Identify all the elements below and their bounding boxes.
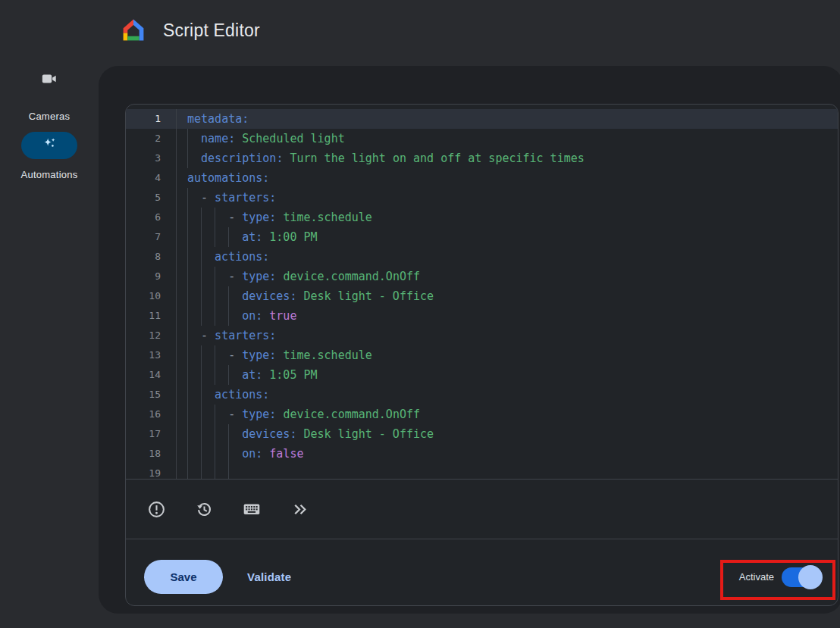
indent-guide: [228, 464, 242, 480]
code-text: on: true: [177, 306, 296, 326]
indent-guide: [187, 345, 201, 365]
error-outline-icon[interactable]: [146, 499, 166, 519]
line-number: 8: [126, 247, 177, 267]
code-line[interactable]: 18on: false: [126, 444, 838, 464]
code-line[interactable]: 16- type: device.command.OnOff: [126, 405, 838, 424]
line-number: 14: [126, 365, 177, 385]
indent-guide: [228, 286, 242, 306]
code-line[interactable]: 14at: 1:05 PM: [126, 365, 838, 385]
line-number: 2: [126, 129, 177, 148]
code-text: devices: Desk light - Office: [177, 424, 434, 444]
code-line[interactable]: 4automations:: [126, 168, 838, 188]
code-line[interactable]: 17devices: Desk light - Office: [126, 424, 838, 444]
token-str: 1:05 PM: [262, 368, 317, 382]
sidebar: Cameras Automations: [0, 66, 99, 628]
code-line[interactable]: 12- starters:: [126, 326, 838, 345]
indent-guide: [187, 385, 201, 405]
sidebar-item-automations[interactable]: Automations: [0, 132, 99, 180]
validate-button[interactable]: Validate: [247, 570, 291, 583]
code-line[interactable]: 6- type: time.schedule: [126, 208, 838, 227]
code-line[interactable]: 5- starters:: [126, 188, 838, 208]
code-line[interactable]: 15actions:: [126, 385, 838, 405]
code-line[interactable]: 1metadata:: [126, 109, 838, 129]
indent-guide: [201, 247, 215, 267]
indent-guide: [201, 267, 215, 286]
token-str: Desk light - Office: [296, 289, 434, 303]
token-key: description:: [201, 152, 283, 165]
indent-guide: [215, 464, 228, 480]
code-text: on: false: [177, 444, 303, 464]
indent-guide: [187, 444, 201, 464]
token-key: actions:: [215, 388, 269, 401]
save-button[interactable]: Save: [144, 560, 223, 594]
line-number: 15: [126, 385, 177, 405]
sidebar-item-cameras[interactable]: Cameras: [0, 72, 99, 122]
code-text: - type: device.command.OnOff: [177, 267, 420, 286]
token-str: device.command.OnOff: [276, 270, 420, 283]
indent-guide: [228, 227, 242, 247]
videocam-icon: [41, 72, 58, 89]
indent-guide: [215, 227, 228, 247]
history-icon[interactable]: [194, 499, 214, 519]
line-number: 10: [126, 286, 177, 306]
indent-guide: [215, 365, 228, 385]
token-dash: -: [228, 408, 242, 421]
code-line[interactable]: 19: [126, 464, 838, 480]
token-key: on:: [242, 309, 262, 323]
indent-guide: [187, 464, 201, 480]
line-number: 18: [126, 444, 177, 464]
indent-guide: [215, 444, 228, 464]
code-line[interactable]: 7at: 1:00 PM: [126, 227, 838, 247]
activate-control: Activate: [739, 567, 818, 587]
token-key: metadata:: [187, 112, 249, 126]
code-line[interactable]: 13- type: time.schedule: [126, 345, 838, 365]
code-text: at: 1:05 PM: [177, 365, 318, 385]
script-editor-card: 1metadata:2name: Scheduled light3descrip…: [125, 104, 838, 606]
indent-guide: [201, 424, 215, 444]
activate-toggle[interactable]: [782, 567, 818, 587]
code-editor[interactable]: 1metadata:2name: Scheduled light3descrip…: [126, 105, 838, 480]
code-line[interactable]: 9- type: device.command.OnOff: [126, 267, 838, 286]
double-chevron-right-icon[interactable]: [290, 499, 309, 519]
line-number: 1: [126, 109, 177, 129]
code-line[interactable]: 3description: Turn the light on and off …: [126, 148, 838, 168]
code-text: - starters:: [177, 188, 276, 208]
code-line[interactable]: 2name: Scheduled light: [126, 129, 838, 148]
indent-guide: [215, 405, 228, 424]
line-number: 7: [126, 227, 177, 247]
token-bool: false: [262, 447, 303, 461]
indent-guide: [187, 306, 201, 326]
indent-guide: [187, 365, 201, 385]
code-text: - type: time.schedule: [177, 345, 372, 365]
code-line[interactable]: 11on: true: [126, 306, 838, 326]
indent-guide: [187, 208, 201, 227]
indent-guide: [201, 306, 215, 326]
google-home-logo-icon: [121, 17, 146, 42]
token-str: Desk light - Office: [296, 427, 434, 441]
indent-guide: [187, 227, 201, 247]
token-key: starters:: [215, 191, 276, 205]
token-str: 1:00 PM: [262, 230, 317, 244]
token-key: devices:: [242, 289, 296, 303]
indent-guide: [201, 227, 215, 247]
code-text: actions:: [177, 247, 269, 267]
token-str: time.schedule: [276, 211, 371, 224]
token-key: type:: [242, 270, 276, 283]
sidebar-item-label: Cameras: [0, 111, 99, 122]
code-text: devices: Desk light - Office: [177, 286, 434, 306]
token-dash: -: [201, 329, 215, 342]
indent-guide: [201, 385, 215, 405]
code-line[interactable]: 10devices: Desk light - Office: [126, 286, 838, 306]
indent-guide: [228, 444, 242, 464]
indent-guide: [201, 208, 215, 227]
indent-guide: [228, 365, 242, 385]
editor-footer: Save Validate Activate: [126, 539, 838, 605]
token-key: devices:: [242, 427, 296, 441]
indent-guide: [228, 306, 242, 326]
token-dash: -: [201, 191, 215, 205]
code-line[interactable]: 8actions:: [126, 247, 838, 267]
keyboard-icon[interactable]: [242, 499, 262, 519]
indent-guide: [187, 148, 201, 168]
line-number: 9: [126, 267, 177, 286]
line-number: 6: [126, 208, 177, 227]
